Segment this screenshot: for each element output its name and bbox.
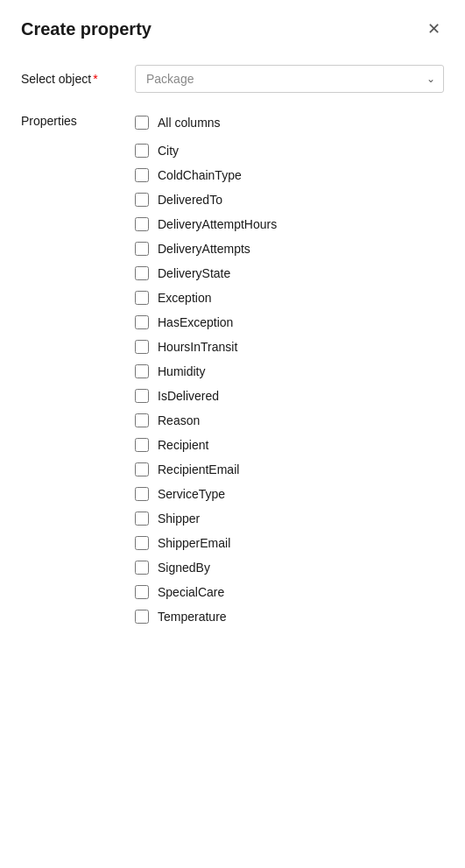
property-label-has-exception[interactable]: HasException (158, 315, 233, 329)
list-item: DeliveryState (135, 261, 444, 286)
list-item: Reason (135, 408, 444, 433)
property-label-service-type[interactable]: ServiceType (158, 487, 225, 501)
list-item: DeliveredTo (135, 187, 444, 212)
property-label-exception[interactable]: Exception (158, 291, 211, 305)
select-object-label: Select object* (21, 65, 135, 86)
list-item: RecipientEmail (135, 457, 444, 482)
list-item: Shipper (135, 506, 444, 531)
property-checkbox-reason[interactable] (135, 413, 149, 427)
property-checkbox-has-exception[interactable] (135, 315, 149, 329)
property-label-shipper-email[interactable]: ShipperEmail (158, 536, 230, 550)
list-item: DeliveryAttempts (135, 236, 444, 261)
property-label-shipper[interactable]: Shipper (158, 512, 200, 526)
property-label-is-delivered[interactable]: IsDelivered (158, 389, 219, 403)
panel-header: Create property ✕ (21, 18, 444, 40)
property-checkbox-city[interactable] (135, 144, 149, 158)
property-checkbox-special-care[interactable] (135, 585, 149, 599)
property-checkbox-temperature[interactable] (135, 610, 149, 624)
select-object-dropdown[interactable]: Package (135, 65, 444, 93)
list-item: SignedBy (135, 555, 444, 580)
property-label-signed-by[interactable]: SignedBy (158, 561, 210, 575)
property-label-hours-in-transit[interactable]: HoursInTransit (158, 340, 237, 354)
property-label-reason[interactable]: Reason (158, 413, 200, 427)
property-label-humidity[interactable]: Humidity (158, 364, 205, 378)
property-checkbox-delivery-state[interactable] (135, 266, 149, 280)
select-object-container: Package ⌄ (135, 65, 444, 93)
property-checkbox-shipper-email[interactable] (135, 536, 149, 550)
property-checkbox-recipient[interactable] (135, 438, 149, 452)
list-item: ShipperEmail (135, 531, 444, 555)
list-item: Humidity (135, 359, 444, 384)
property-checkbox-service-type[interactable] (135, 487, 149, 501)
property-checkbox-delivery-attempts[interactable] (135, 242, 149, 256)
property-checkbox-is-delivered[interactable] (135, 389, 149, 403)
property-checkbox-humidity[interactable] (135, 364, 149, 378)
properties-row: Properties All columns CityColdChainType… (21, 110, 444, 629)
all-columns-label[interactable]: All columns (158, 116, 221, 130)
list-item: SpecialCare (135, 580, 444, 604)
property-label-special-care[interactable]: SpecialCare (158, 585, 224, 599)
property-checkbox-delivered-to[interactable] (135, 193, 149, 207)
property-checkbox-signed-by[interactable] (135, 561, 149, 575)
panel-title: Create property (21, 19, 151, 39)
list-item: City (135, 138, 444, 163)
property-label-delivery-attempts[interactable]: DeliveryAttempts (158, 242, 250, 256)
properties-label: Properties (21, 110, 135, 128)
list-item: ColdChainType (135, 163, 444, 187)
property-label-delivered-to[interactable]: DeliveredTo (158, 193, 222, 207)
list-item: HasException (135, 310, 444, 335)
property-label-delivery-attempt-hours[interactable]: DeliveryAttemptHours (158, 217, 277, 231)
property-checkbox-hours-in-transit[interactable] (135, 340, 149, 354)
property-label-recipient[interactable]: Recipient (158, 438, 208, 452)
property-checkbox-delivery-attempt-hours[interactable] (135, 217, 149, 231)
property-checkbox-recipient-email[interactable] (135, 462, 149, 476)
close-button[interactable]: ✕ (424, 18, 444, 40)
property-checkbox-shipper[interactable] (135, 512, 149, 526)
list-item: Recipient (135, 433, 444, 457)
property-label-temperature[interactable]: Temperature (158, 610, 227, 624)
list-item: ServiceType (135, 482, 444, 506)
select-object-row: Select object* Package ⌄ (21, 65, 444, 93)
create-property-panel: Create property ✕ Select object* Package… (0, 0, 465, 868)
property-label-recipient-email[interactable]: RecipientEmail (158, 462, 239, 476)
property-label-cold-chain-type[interactable]: ColdChainType (158, 168, 242, 182)
property-checkbox-exception[interactable] (135, 291, 149, 305)
list-item: HoursInTransit (135, 335, 444, 359)
list-item: IsDelivered (135, 384, 444, 408)
list-item: DeliveryAttemptHours (135, 212, 444, 236)
property-label-city[interactable]: City (158, 144, 179, 158)
all-columns-item: All columns (135, 110, 444, 135)
properties-list: All columns CityColdChainTypeDeliveredTo… (135, 110, 444, 629)
property-checkbox-cold-chain-type[interactable] (135, 168, 149, 182)
property-label-delivery-state[interactable]: DeliveryState (158, 266, 230, 280)
list-item: Temperature (135, 604, 444, 629)
all-columns-checkbox[interactable] (135, 116, 149, 130)
property-items-container: CityColdChainTypeDeliveredToDeliveryAtte… (135, 138, 444, 629)
required-indicator: * (93, 72, 97, 86)
list-item: Exception (135, 286, 444, 310)
